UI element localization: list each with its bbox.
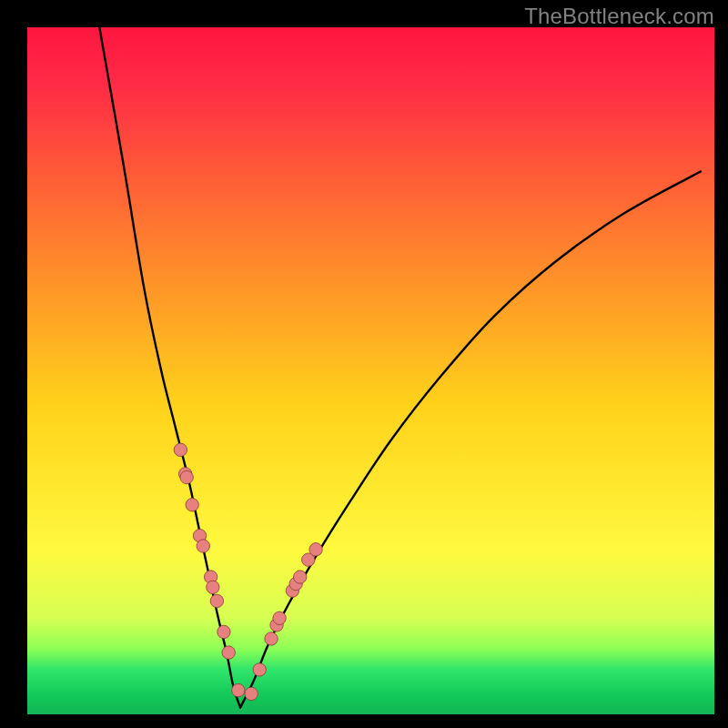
sample-dot bbox=[210, 594, 223, 607]
sample-dot bbox=[309, 543, 322, 556]
plot-area bbox=[27, 27, 714, 714]
sample-dot bbox=[273, 612, 286, 624]
sample-dot bbox=[217, 625, 230, 638]
sample-dot bbox=[174, 443, 187, 456]
sample-dot bbox=[232, 683, 245, 696]
bottleneck-chart bbox=[0, 0, 728, 728]
sample-dot bbox=[245, 687, 258, 700]
watermark-text: TheBottleneck.com bbox=[524, 4, 714, 29]
sample-dot bbox=[180, 470, 193, 483]
chart-frame: TheBottleneck.com bbox=[0, 0, 728, 728]
sample-dot bbox=[294, 571, 307, 583]
sample-dot bbox=[222, 646, 235, 659]
sample-dot bbox=[253, 663, 266, 676]
sample-dot bbox=[265, 632, 278, 645]
sample-dot bbox=[207, 581, 219, 593]
sample-dot bbox=[186, 499, 198, 511]
sample-dot bbox=[197, 540, 209, 552]
